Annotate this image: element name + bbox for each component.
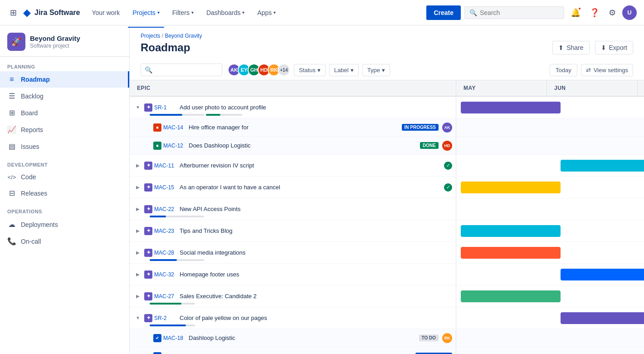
view-settings-button[interactable]: ⇄ View settings: [581, 64, 633, 76]
issue-title: Tips and Tricks Blog: [180, 227, 452, 234]
label-filter[interactable]: Label ▾: [329, 64, 359, 76]
expand-toggle[interactable]: ▶: [133, 294, 142, 299]
export-icon: ⬇: [601, 44, 606, 51]
epic-cell-mac27: ▶ ✦ MAC-27 Sales Executive: Candidate 2: [130, 285, 456, 307]
expand-toggle[interactable]: ▼: [133, 105, 142, 110]
sidebar-item-oncall[interactable]: 📞 On-call: [0, 233, 129, 250]
export-button[interactable]: ⬇ Export: [595, 41, 633, 54]
avatar-more[interactable]: +14: [278, 64, 290, 76]
project-name: Beyond Gravity: [30, 34, 80, 43]
chevron-down-icon: ▾: [242, 10, 244, 15]
sidebar-item-label: Code: [21, 173, 36, 181]
nav-projects[interactable]: Projects ▾: [128, 5, 164, 20]
today-button[interactable]: Today: [550, 64, 577, 76]
table-row[interactable]: ■ MAC-14 Hire office manager for IN PROG…: [130, 118, 644, 137]
sidebar-item-roadmap[interactable]: ≡ Roadmap: [0, 71, 129, 88]
search-box[interactable]: 🔍: [464, 6, 564, 19]
gantt-bar: [561, 312, 644, 324]
sidebar-item-backlog[interactable]: ☰ Backlog: [0, 88, 129, 104]
chevron-down-icon: ▾: [317, 67, 321, 74]
settings-icon[interactable]: ⚙: [606, 5, 619, 20]
issue-type-icon: ✔: [153, 334, 161, 342]
issues-icon: ▤: [7, 142, 16, 151]
sidebar-item-releases[interactable]: ⊟ Releases: [0, 185, 129, 202]
sidebar-item-reports[interactable]: 📈 Reports: [0, 121, 129, 138]
issue-title: Add user photo to account profile: [180, 104, 452, 111]
search-input[interactable]: [480, 9, 552, 16]
breadcrumb-projects[interactable]: Projects: [141, 33, 160, 39]
status-filter[interactable]: Status ▾: [294, 64, 326, 76]
assignee-avatar: HD: [442, 141, 452, 151]
sidebar-item-issues[interactable]: ▤ Issues: [0, 138, 129, 155]
gantt-bar: [461, 290, 561, 302]
page-title-row: Roadmap ⬆ Share ⬇ Export: [141, 41, 633, 54]
assignee-avatar: AK: [442, 123, 452, 133]
jira-diamond-icon: ◆: [23, 7, 31, 19]
issue-key: MAC-32: [154, 271, 178, 278]
table-row[interactable]: ▶ ✦ MAC-32 Homepage footer uses: [130, 264, 644, 285]
jira-logo[interactable]: ◆ Jira Software: [23, 7, 80, 19]
create-button[interactable]: Create: [426, 5, 461, 20]
table-row[interactable]: ▶ ✦ MAC-23 Tips and Tricks Blog: [130, 220, 644, 242]
help-icon[interactable]: ❓: [587, 5, 602, 20]
avatar-group: AK EY GH HD RK +14: [228, 64, 290, 76]
sidebar-item-deployments[interactable]: ☁ Deployments: [0, 216, 129, 233]
issue-key: SR-1: [154, 104, 178, 111]
notifications-icon[interactable]: 🔔: [568, 5, 583, 20]
app-title: Jira Software: [34, 9, 80, 17]
sidebar-item-board[interactable]: ⊞ Board: [0, 104, 129, 121]
table-row[interactable]: ▼ ✦ SR-2 Color of pale yellow on our pag…: [130, 307, 644, 329]
nav-filters[interactable]: Filters ▾: [168, 5, 198, 20]
toolbar-search[interactable]: 🔍: [141, 64, 222, 76]
expand-toggle[interactable]: ▶: [133, 185, 142, 190]
issue-type-icon: ■: [153, 142, 161, 150]
roadmap-icon: ≡: [7, 75, 16, 84]
issue-key: MAC-23: [154, 228, 178, 234]
gantt-bar: [461, 247, 561, 259]
issue-title: Hire office manager for: [189, 124, 400, 131]
roadmap-container[interactable]: Epic MAY JUN JUL ▼ ✦ SR-1 Add user photo…: [130, 80, 644, 354]
development-section-label: Development: [0, 155, 129, 169]
issue-key: MAC-27: [154, 293, 178, 300]
user-avatar[interactable]: U: [622, 5, 637, 20]
table-row[interactable]: ▼ ✦ SR-1 Add user photo to account profi…: [130, 97, 644, 118]
expand-toggle[interactable]: ▶: [133, 250, 142, 255]
table-row[interactable]: ✔ MAC-19 Call..... IN PROGRESS: [130, 347, 644, 354]
expand-toggle[interactable]: ▶: [133, 206, 142, 211]
gantt-bar: [461, 102, 561, 113]
sidebar-item-label: Reports: [21, 126, 43, 133]
epic-cell-mac32: ▶ ✦ MAC-32 Homepage footer uses: [130, 264, 456, 285]
expand-toggle[interactable]: ▶: [133, 272, 142, 277]
issue-key: SR-2: [154, 315, 178, 321]
chevron-down-icon: ▾: [273, 10, 276, 15]
table-row[interactable]: ▶ ✦ MAC-11 Afterburner revision IV scrip…: [130, 155, 644, 177]
nav-apps[interactable]: Apps ▾: [253, 5, 280, 20]
sidebar-item-label: Deployments: [21, 221, 58, 228]
gantt-bar: [461, 225, 561, 237]
expand-toggle[interactable]: ▼: [133, 315, 142, 320]
nav-dashboards[interactable]: Dashboards ▾: [202, 5, 249, 20]
nav-your-work[interactable]: Your work: [87, 5, 124, 20]
month-jul: JUL: [638, 80, 644, 96]
done-icon: ✓: [444, 183, 452, 192]
share-icon: ⬆: [558, 44, 564, 51]
expand-toggle[interactable]: ▶: [133, 163, 142, 168]
share-button[interactable]: ⬆ Share: [552, 41, 589, 54]
type-filter[interactable]: Type ▾: [362, 64, 390, 76]
table-row[interactable]: ▶ ✦ MAC-22 New API Access Points: [130, 198, 644, 220]
status-badge: TO DO: [419, 334, 439, 341]
table-row[interactable]: ✔ MAC-18 Dashloop Logistic TO DO RK: [130, 329, 644, 347]
sidebar-item-label: Roadmap: [21, 76, 50, 83]
table-row[interactable]: ▶ ✦ MAC-27 Sales Executive: Candidate 2: [130, 285, 644, 307]
epic-cell-mac18: ✔ MAC-18 Dashloop Logistic TO DO RK: [130, 329, 456, 347]
expand-toggle[interactable]: ▶: [133, 228, 142, 233]
sidebar-item-code[interactable]: </> Code: [0, 169, 129, 185]
chevron-down-icon: ▾: [382, 67, 385, 74]
table-row[interactable]: ■ MAC-12 Does Dashloop Logistic DONE HD: [130, 137, 644, 155]
breadcrumb-project[interactable]: Beyond Gravity: [165, 33, 202, 39]
table-row[interactable]: ▶ ✦ MAC-15 As an operator I want to have…: [130, 177, 644, 198]
table-row[interactable]: ▶ ✦ MAC-28 Social media integrations: [130, 242, 644, 264]
roadmap-search-input[interactable]: [154, 67, 218, 74]
grid-menu-icon[interactable]: ⊞: [7, 5, 20, 20]
epic-cell-mac12: ■ MAC-12 Does Dashloop Logistic DONE HD: [130, 137, 456, 154]
